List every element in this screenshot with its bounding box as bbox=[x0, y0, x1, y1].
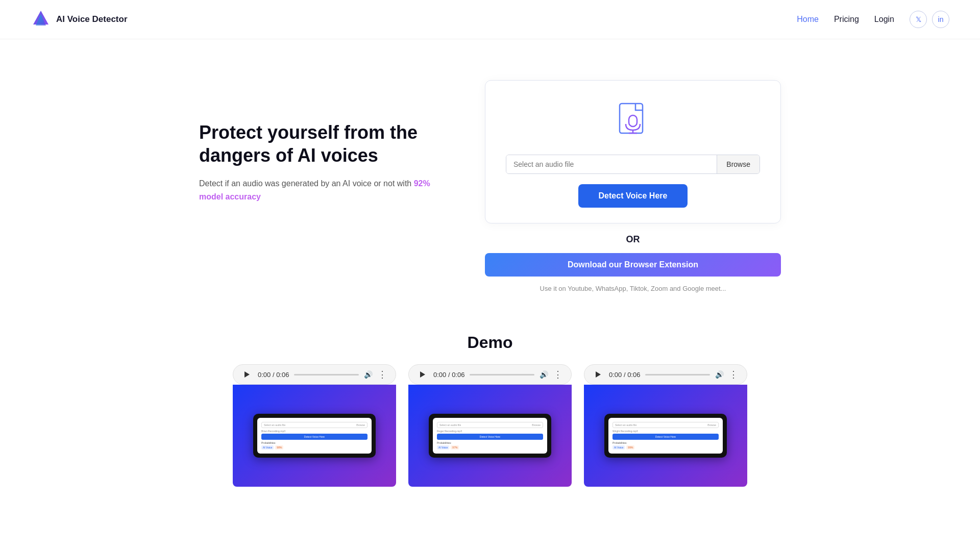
screen-input-2: Select an audio fileBrowse bbox=[437, 422, 543, 428]
upload-section: Browse Detect Voice Here OR Download our… bbox=[485, 80, 781, 292]
play-icon-1 bbox=[244, 371, 250, 378]
demo-item-1: 0:00 / 0:06 🔊 ⋮ Select an audio fileBrow… bbox=[233, 364, 396, 487]
linkedin-button[interactable]: in bbox=[932, 11, 949, 28]
nav-home[interactable]: Home bbox=[797, 15, 819, 24]
more-button-3[interactable]: ⋮ bbox=[729, 369, 739, 380]
play-button-2[interactable] bbox=[417, 369, 428, 380]
play-button-1[interactable] bbox=[241, 369, 253, 380]
demo-item-2: 0:00 / 0:06 🔊 ⋮ Select an audio fileBrow… bbox=[408, 364, 572, 487]
demo-screen-2: Select an audio fileBrowse Roger Recordi… bbox=[433, 418, 547, 454]
more-icon-1: ⋮ bbox=[378, 369, 387, 380]
detect-button[interactable]: Detect Voice Here bbox=[578, 184, 688, 208]
volume-icon-1: 🔊 bbox=[364, 370, 373, 379]
file-input-row: Browse bbox=[506, 155, 760, 174]
demo-thumbnail-2: Select an audio fileBrowse Roger Recordi… bbox=[408, 385, 572, 487]
screen-results-3: AI Voice 99% bbox=[612, 445, 719, 449]
volume-button-1[interactable]: 🔊 bbox=[364, 370, 373, 379]
hero-section: Protect yourself from the dangers of AI … bbox=[0, 39, 980, 323]
play-button-3[interactable] bbox=[593, 369, 604, 380]
hero-subtitle: Detect if an audio was generated by an A… bbox=[199, 177, 454, 203]
extension-button[interactable]: Download our Browser Extension bbox=[485, 253, 781, 277]
logo-icon bbox=[31, 9, 51, 30]
extension-subtext: Use it on Youtube, WhatsApp, Tiktok, Zoo… bbox=[540, 285, 726, 292]
hero-title: Protect yourself from the dangers of AI … bbox=[199, 121, 454, 167]
subtitle-before: Detect if an audio was generated by an A… bbox=[199, 179, 414, 188]
demo-screen-3: Select an audio fileBrowse Wright Record… bbox=[608, 418, 723, 454]
screen-label-3: Probabilities: bbox=[612, 441, 719, 444]
site-header: AI Voice Detector Home Pricing Login 𝕏 i… bbox=[0, 0, 980, 39]
demo-thumb-bg-1: Select an audio fileBrowse Brian Recordi… bbox=[233, 385, 396, 487]
nav-login[interactable]: Login bbox=[874, 15, 894, 24]
screen-label-2: Probabilities: bbox=[437, 441, 543, 444]
hero-left: Protect yourself from the dangers of AI … bbox=[199, 80, 454, 203]
volume-button-2[interactable]: 🔊 bbox=[540, 370, 548, 379]
browse-button[interactable]: Browse bbox=[717, 155, 760, 173]
time-display-3: 0:00 / 0:06 bbox=[609, 371, 640, 379]
play-icon-2 bbox=[420, 371, 425, 378]
demo-screen-1: Select an audio fileBrowse Brian Recordi… bbox=[257, 418, 372, 454]
time-display-2: 0:00 / 0:06 bbox=[433, 371, 464, 379]
progress-bar-1[interactable] bbox=[294, 374, 359, 375]
audio-player-2: 0:00 / 0:06 🔊 ⋮ bbox=[408, 364, 572, 385]
upload-card: Browse Detect Voice Here bbox=[485, 80, 781, 223]
screen-results-1: AI Voice 98% bbox=[261, 445, 368, 449]
main-nav: Home Pricing Login 𝕏 in bbox=[797, 11, 949, 28]
screen-label-1: Probabilities: bbox=[261, 441, 368, 444]
play-icon-3 bbox=[596, 371, 601, 378]
volume-button-3[interactable]: 🔊 bbox=[715, 370, 724, 379]
audio-file-icon bbox=[615, 101, 651, 142]
volume-icon-2: 🔊 bbox=[540, 370, 548, 379]
time-display-1: 0:00 / 0:06 bbox=[258, 371, 289, 379]
demo-thumbnail-3: Select an audio fileBrowse Wright Record… bbox=[584, 385, 747, 487]
more-icon-3: ⋮ bbox=[729, 369, 739, 380]
more-icon-2: ⋮ bbox=[553, 369, 563, 380]
logo-area[interactable]: AI Voice Detector bbox=[31, 9, 128, 30]
volume-icon-3: 🔊 bbox=[715, 370, 724, 379]
screen-input-1: Select an audio fileBrowse bbox=[261, 422, 368, 428]
file-input[interactable] bbox=[506, 155, 717, 173]
twitter-button[interactable]: 𝕏 bbox=[910, 11, 927, 28]
nav-pricing[interactable]: Pricing bbox=[834, 15, 859, 24]
demo-tablet-1: Select an audio fileBrowse Brian Recordi… bbox=[253, 414, 376, 458]
audio-player-1: 0:00 / 0:06 🔊 ⋮ bbox=[233, 364, 396, 385]
demo-grid: 0:00 / 0:06 🔊 ⋮ Select an audio fileBrow… bbox=[31, 364, 949, 487]
screen-results-2: AI Voice 97% bbox=[437, 445, 543, 449]
or-divider: OR bbox=[626, 234, 640, 245]
social-icons: 𝕏 in bbox=[910, 11, 949, 28]
demo-tablet-2: Select an audio fileBrowse Roger Recordi… bbox=[429, 414, 551, 458]
progress-bar-3[interactable] bbox=[645, 374, 710, 375]
screen-detect-btn-3: Detect Voice Here bbox=[612, 434, 719, 440]
screen-input-3: Select an audio fileBrowse bbox=[612, 422, 719, 428]
demo-title: Demo bbox=[31, 333, 949, 352]
demo-tablet-3: Select an audio fileBrowse Wright Record… bbox=[604, 414, 727, 458]
svg-rect-2 bbox=[620, 104, 643, 133]
demo-thumb-bg-3: Select an audio fileBrowse Wright Record… bbox=[584, 385, 747, 487]
demo-thumbnail-1: Select an audio fileBrowse Brian Recordi… bbox=[233, 385, 396, 487]
more-button-1[interactable]: ⋮ bbox=[378, 369, 387, 380]
demo-thumb-bg-2: Select an audio fileBrowse Roger Recordi… bbox=[408, 385, 572, 487]
screen-detect-btn-2: Detect Voice Here bbox=[437, 434, 543, 440]
upload-icon-area bbox=[615, 101, 651, 142]
progress-bar-2[interactable] bbox=[470, 374, 534, 375]
screen-detect-btn-1: Detect Voice Here bbox=[261, 434, 368, 440]
more-button-2[interactable]: ⋮ bbox=[553, 369, 563, 380]
svg-rect-3 bbox=[629, 115, 637, 127]
demo-item-3: 0:00 / 0:06 🔊 ⋮ Select an audio fileBrow… bbox=[584, 364, 747, 487]
logo-text: AI Voice Detector bbox=[56, 14, 128, 24]
demo-section: Demo 0:00 / 0:06 🔊 ⋮ Select an audio fil… bbox=[0, 323, 980, 507]
audio-player-3: 0:00 / 0:06 🔊 ⋮ bbox=[584, 364, 747, 385]
